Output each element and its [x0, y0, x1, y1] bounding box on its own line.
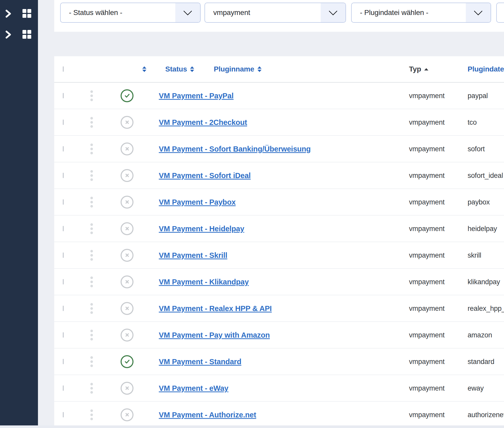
- status-toggle-button[interactable]: [121, 382, 133, 395]
- status-toggle-button[interactable]: [121, 222, 133, 235]
- pluginname-column-header[interactable]: Pluginname: [214, 65, 262, 73]
- plugin-name-link[interactable]: VM Payment - Heidelpay: [159, 224, 244, 233]
- extra-filter-select[interactable]: [496, 3, 504, 23]
- plugins-table: Status Pluginname Typ Plugindatei VM: [54, 56, 504, 428]
- pluginname-header-label: Pluginname: [214, 65, 254, 73]
- plugin-file-cell: heidelpay: [468, 225, 497, 233]
- plugin-name-link[interactable]: VM Payment - Standard: [159, 357, 241, 366]
- row-checkbox[interactable]: [63, 252, 64, 258]
- sort-icon: [257, 66, 262, 72]
- plugin-type-cell: vmpayment: [409, 198, 445, 206]
- table-row: VM Payment - Klikandpay vmpayment klikan…: [54, 269, 504, 295]
- drag-handle[interactable]: [89, 169, 94, 182]
- row-checkbox[interactable]: [63, 146, 64, 152]
- table-header-row: Status Pluginname Typ Plugindatei: [54, 56, 504, 83]
- plugin-type-cell: vmpayment: [409, 118, 445, 126]
- status-toggle-button[interactable]: [121, 89, 133, 102]
- status-toggle-button[interactable]: [121, 196, 133, 209]
- drag-handle[interactable]: [89, 142, 94, 155]
- plugin-name-link[interactable]: VM Payment - Pay with Amazon: [159, 331, 270, 339]
- plugin-name-link[interactable]: VM Payment - Realex HPP & API: [159, 304, 272, 313]
- drag-handle[interactable]: [89, 302, 94, 315]
- sidebar-expand-button[interactable]: [5, 9, 12, 18]
- row-checkbox[interactable]: [63, 359, 64, 364]
- plugin-file-cell: sofort: [468, 145, 485, 153]
- typ-column-header[interactable]: Typ: [409, 65, 428, 73]
- table-row: VM Payment - Skrill vmpayment skrill: [54, 242, 504, 269]
- plugin-type-cell: vmpayment: [409, 145, 445, 153]
- status-column-header[interactable]: Status: [165, 65, 194, 73]
- drag-handle[interactable]: [89, 408, 94, 421]
- sidebar-modules-button-2[interactable]: [22, 30, 31, 39]
- plugin-type-cell: vmpayment: [409, 358, 445, 366]
- status-toggle-button[interactable]: [121, 355, 133, 368]
- ordering-column-header[interactable]: [142, 66, 146, 72]
- plugin-name-link[interactable]: VM Payment - Sofort Banking/Überweisung: [159, 145, 311, 153]
- plugin-name-link[interactable]: VM Payment - PayPal: [159, 91, 234, 100]
- chevron-down-icon: [321, 3, 345, 22]
- drag-handle[interactable]: [89, 222, 94, 235]
- status-toggle-button[interactable]: [121, 169, 133, 182]
- status-toggle-button[interactable]: [121, 408, 133, 421]
- drag-handle[interactable]: [89, 116, 94, 129]
- row-checkbox[interactable]: [63, 279, 64, 284]
- plugin-name-link[interactable]: VM Payment - Klikandpay: [159, 278, 249, 286]
- sidebar-modules-button[interactable]: [22, 9, 31, 18]
- table-body: VM Payment - PayPal vmpayment paypal VM …: [54, 83, 504, 428]
- plugin-file-filter-select[interactable]: - Plugindatei wählen -: [351, 3, 491, 23]
- plugin-name-link[interactable]: VM Payment - Skrill: [159, 251, 227, 259]
- table-row: VM Payment - Realex HPP & API vmpayment …: [54, 295, 504, 322]
- drag-handle[interactable]: [89, 275, 94, 288]
- plugin-name-link[interactable]: VM Payment - Sofort iDeal: [159, 171, 251, 180]
- row-checkbox[interactable]: [63, 173, 64, 178]
- drag-handle[interactable]: [89, 196, 94, 209]
- select-all-checkbox[interactable]: [63, 66, 64, 72]
- row-checkbox[interactable]: [63, 226, 64, 231]
- drag-handle[interactable]: [89, 355, 94, 368]
- plugin-name-link[interactable]: VM Payment - eWay: [159, 384, 229, 392]
- chevron-right-icon: [5, 30, 12, 39]
- horizontal-scrollbar-track[interactable]: [0, 425, 504, 428]
- extra-filter-value: [497, 3, 504, 22]
- drag-handle[interactable]: [89, 249, 94, 262]
- table-row: VM Payment - Sofort iDeal vmpayment sofo…: [54, 162, 504, 189]
- row-checkbox[interactable]: [63, 412, 64, 417]
- plugin-type-filter-select[interactable]: vmpayment: [204, 3, 346, 23]
- plugin-file-cell: tco: [468, 118, 477, 126]
- status-toggle-button[interactable]: [121, 275, 133, 288]
- row-checkbox[interactable]: [63, 199, 64, 205]
- plugin-file-cell: paybox: [468, 198, 490, 206]
- status-toggle-button[interactable]: [121, 302, 133, 315]
- status-filter-value: - Status wählen -: [61, 3, 175, 22]
- row-checkbox[interactable]: [63, 306, 64, 311]
- status-toggle-button[interactable]: [121, 116, 133, 129]
- plugin-name-link[interactable]: VM Payment - 2Checkout: [159, 118, 247, 126]
- drag-handle[interactable]: [89, 329, 94, 342]
- drag-handle[interactable]: [89, 89, 94, 102]
- plugindatei-column-header[interactable]: Plugindatei: [468, 65, 504, 73]
- row-checkbox[interactable]: [63, 332, 64, 338]
- table-row: VM Payment - Standard vmpayment standard: [54, 348, 504, 375]
- status-toggle-button[interactable]: [121, 329, 133, 342]
- plugin-file-cell: sofort_ideal: [468, 171, 503, 179]
- plugin-name-link[interactable]: VM Payment - Authorize.net: [159, 410, 256, 419]
- table-row: VM Payment - PayPal vmpayment paypal: [54, 83, 504, 109]
- check-circle-icon: [124, 92, 131, 99]
- plugin-file-cell: eway: [468, 384, 484, 392]
- plugin-type-cell: vmpayment: [409, 384, 445, 392]
- row-checkbox[interactable]: [63, 93, 64, 98]
- sidebar-expand-button-2[interactable]: [5, 30, 12, 39]
- plugin-file-cell: klikandpay: [468, 278, 500, 286]
- status-header-label: Status: [165, 65, 187, 73]
- status-toggle-button[interactable]: [121, 249, 133, 262]
- drag-handle[interactable]: [89, 382, 94, 395]
- plugin-name-link[interactable]: VM Payment - Paybox: [159, 198, 236, 206]
- status-toggle-button[interactable]: [121, 142, 133, 155]
- row-checkbox[interactable]: [63, 385, 64, 391]
- x-circle-icon: [124, 385, 130, 391]
- status-filter-select[interactable]: - Status wählen -: [60, 3, 201, 23]
- x-circle-icon: [124, 411, 130, 418]
- grid-icon: [22, 30, 31, 39]
- plugindatei-header-label: Plugindatei: [468, 65, 504, 73]
- row-checkbox[interactable]: [63, 120, 64, 125]
